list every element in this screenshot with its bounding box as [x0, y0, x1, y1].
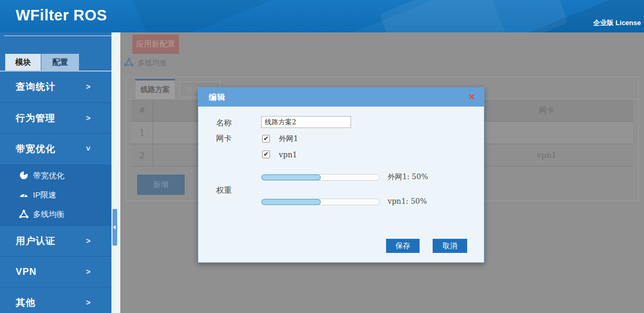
breadcrumb: 多线均衡 [138, 59, 167, 68]
sidebar-tab-config[interactable]: 配置 [41, 54, 79, 71]
col-header-nic: 网卡 [460, 99, 633, 121]
submenu-item-bandwidth-opt[interactable]: 带宽优化 [0, 166, 111, 185]
nic-label: 网卡 [216, 134, 232, 144]
submenu-item-ip-speed-limit[interactable]: IP限速 [0, 185, 111, 204]
sidebar-item-other[interactable]: 其他 > [0, 287, 111, 313]
checkbox-vpn1[interactable]: ✔ [262, 150, 270, 158]
chevron-right-icon: > [86, 287, 91, 313]
checkbox-label: 外网1 [279, 134, 298, 144]
sidebar-item-behavior[interactable]: 行为管理 > [0, 102, 111, 133]
sidebar-divider [4, 36, 111, 36]
close-icon[interactable]: ✕ [469, 92, 476, 102]
sidebar-item-query-stats[interactable]: 查询统计 > [0, 72, 111, 102]
menu-label: 查询统计 [16, 72, 55, 102]
cell-index: 1 [131, 122, 153, 144]
top-header: WFilter ROS 企业版 License [0, 0, 644, 32]
app-title: WFilter ROS [16, 7, 107, 24]
slider-value-label: vpn1: 50% [388, 197, 427, 205]
sidebar-tab-modules[interactable]: 模块 [5, 54, 41, 71]
apply-config-button[interactable]: 应用新配置 [132, 34, 179, 54]
menu-label: 其他 [16, 287, 36, 313]
header-decor [131, 0, 298, 32]
bandwidth-submenu: 带宽优化 IP限速 多线均衡 [0, 165, 111, 225]
submenu-item-multiline-balance[interactable]: 多线均衡 [0, 204, 111, 224]
sidebar-item-bandwidth[interactable]: 带宽优化 ˅ [0, 133, 111, 164]
chevron-right-icon: > [86, 103, 91, 133]
slider-value-label: 外网1: 50% [388, 172, 428, 182]
cancel-button[interactable]: 取消 [433, 239, 467, 253]
wfilter-ros-window: WFilter ROS 企业版 License 模块 配置 查询统计 > 行为管… [0, 0, 644, 313]
name-input[interactable] [261, 116, 351, 128]
menu-label: 行为管理 [16, 103, 55, 133]
col-header-index: # [131, 99, 153, 121]
speed-limit-icon [19, 190, 29, 200]
sidebar-item-user-auth[interactable]: 用户认证 > [0, 225, 111, 256]
nic-checkbox-row: ✔ 外网1 [262, 133, 298, 142]
load-balance-icon [124, 57, 134, 67]
menu-label: 带宽优化 [16, 134, 55, 164]
slider-fill [262, 199, 321, 205]
tab-line-scheme[interactable]: 线路方案 [135, 79, 175, 99]
cell-nic [460, 122, 633, 144]
chevron-right-icon: > [86, 257, 91, 287]
bandwidth-icon [19, 170, 29, 180]
collapse-left-icon [113, 225, 116, 229]
checkbox-wan1[interactable]: ✔ [262, 135, 270, 143]
submenu-label: IP限速 [33, 185, 56, 204]
dialog-title: 编辑 [209, 88, 225, 107]
save-button[interactable]: 保存 [386, 239, 420, 253]
sidebar-item-vpn[interactable]: VPN > [0, 256, 111, 287]
chevron-down-icon: ˅ [86, 134, 91, 164]
sidebar: 模块 配置 查询统计 > 行为管理 > 带宽优化 ˅ 带宽优化 [0, 32, 111, 313]
name-label: 名称 [216, 118, 232, 128]
menu-label: VPN [16, 257, 37, 287]
add-button[interactable]: 新增 [137, 175, 185, 195]
cell-nic: vpn1 [460, 144, 633, 166]
cell-index: 2 [131, 144, 153, 166]
edit-dialog: 编辑 ✕ 名称 网卡 ✔ 外网1 ✔ vpn1 权重 外网1: 50% [198, 87, 484, 263]
menu-label: 用户认证 [16, 226, 55, 256]
submenu-label: 多线均衡 [33, 204, 64, 224]
dialog-body: 名称 网卡 ✔ 外网1 ✔ vpn1 权重 外网1: 50% vpn1: 50%… [198, 107, 484, 262]
weight-label: 权重 [216, 186, 232, 195]
chevron-right-icon: > [86, 72, 91, 102]
sidebar-collapse-strip [111, 32, 120, 313]
load-balance-icon [19, 209, 29, 219]
dialog-header: 编辑 ✕ [198, 88, 484, 107]
weight-slider-wan1[interactable] [261, 174, 380, 181]
collapse-sidebar-handle[interactable] [112, 209, 117, 246]
weight-slider-vpn1[interactable] [261, 199, 380, 205]
nic-checkbox-row: ✔ vpn1 [262, 149, 297, 157]
license-badge: 企业版 License [593, 18, 641, 28]
slider-fill [262, 175, 321, 180]
chevron-right-icon: > [86, 226, 91, 256]
submenu-label: 带宽优化 [33, 166, 64, 185]
checkbox-label: vpn1 [279, 150, 297, 159]
